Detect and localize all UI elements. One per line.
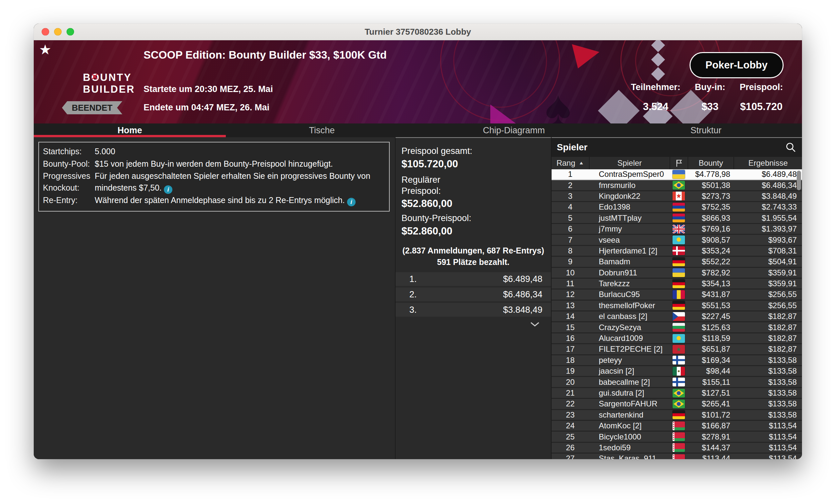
table-row[interactable]: 13thesmellofPoker$551,53$256,55: [552, 301, 802, 311]
country-flag-icon: [669, 399, 687, 408]
deco-triangle: [572, 44, 599, 69]
country-flag-icon: [669, 432, 687, 441]
rank-cell: 16: [552, 334, 589, 343]
tab-chip-diagramm[interactable]: Chip-Diagramm: [418, 124, 610, 137]
tournament-stat: Preispool:$105.720: [740, 82, 783, 113]
column-header-bounty[interactable]: Bounty: [687, 157, 733, 169]
table-row[interactable]: 10Dobrun911$782,92$359,91: [552, 268, 802, 279]
minimize-button[interactable]: [54, 28, 62, 36]
info-row-value: Während der späten Anmeldephase sind bis…: [95, 195, 385, 206]
close-button[interactable]: [41, 28, 49, 36]
table-row[interactable]: 21gui.sdutra [2]$127,51$133,58: [552, 388, 802, 399]
zoom-button[interactable]: [67, 28, 74, 36]
tournament-stat: Teilnehmer:3.524: [631, 82, 680, 113]
search-icon[interactable]: [785, 142, 797, 153]
player-name-cell: FILET2PECHE [2]: [589, 344, 669, 354]
rank-cell: 10: [552, 268, 589, 277]
window-titlebar[interactable]: Turnier 3757080236 Lobby: [34, 23, 802, 40]
table-row[interactable]: 14el canbass [2]$227,45$182,87: [552, 311, 802, 322]
deco-ring: [440, 40, 560, 121]
regular-prizepool-label: Regulärer Preispool:: [401, 175, 551, 197]
table-row[interactable]: 22SargentoFAHUR$265,41$133,58: [552, 399, 802, 410]
tab-home[interactable]: Home: [34, 124, 226, 137]
table-row[interactable]: 25Bicycle1000$278,91$113,54: [552, 432, 802, 443]
rank-cell: 12: [552, 290, 589, 299]
result-cell: $359,91: [733, 268, 802, 277]
table-row[interactable]: 17FILET2PECHE [2]$651,87$182,87: [552, 344, 802, 355]
column-header-ergebnisse[interactable]: Ergebnisse: [733, 157, 802, 169]
table-row[interactable]: 6j7mmy$769,16$1.393,97: [552, 224, 802, 235]
table-row[interactable]: 16Alucard1009$118,59$182,87: [552, 334, 802, 344]
lobby-tabbar: Home Tische Chip-Diagramm Struktur: [34, 124, 802, 137]
table-row[interactable]: 8Hjerterdame1 [2]$353,24$708,31: [552, 246, 802, 257]
table-row[interactable]: 4Edo1398$752,35$2.743,33: [552, 202, 802, 213]
bounty-cell: $278,91: [687, 432, 733, 442]
result-cell: $1.393,97: [733, 224, 802, 234]
rank-cell: 26: [552, 443, 589, 452]
bounty-cell: $265,41: [687, 399, 733, 408]
result-cell: $182,87: [733, 344, 802, 354]
prizepool-panel: Preispool gesamt: $105.720,00 Regulärer …: [396, 138, 551, 459]
rank-cell: 5: [552, 214, 589, 223]
table-row[interactable]: 19jaacsin [2]$98,44$133,58: [552, 366, 802, 377]
table-row[interactable]: 3Kingdonk22$273,73$3.848,49: [552, 191, 802, 202]
bounty-cell: $551,53: [687, 301, 733, 310]
table-row[interactable]: 261sedoi59$144,37$113,54: [552, 443, 802, 454]
bounty-cell: $4.778,98: [687, 169, 733, 179]
favorite-star-icon[interactable]: ★: [39, 41, 51, 58]
deco-wedge: [490, 105, 516, 124]
bounty-cell: $273,73: [687, 192, 733, 201]
result-cell: $133,58: [733, 366, 802, 376]
result-cell: $113,54: [733, 421, 802, 430]
player-name-cell: CrazySezya: [589, 323, 669, 332]
info-row-value: 5.000: [95, 146, 385, 158]
result-cell: $256,55: [733, 301, 802, 310]
player-name-cell: Stas_Karas_911: [589, 454, 669, 459]
table-row[interactable]: 23schartenkind$101,72$133,58: [552, 410, 802, 421]
info-row: Re-Entry:Während der späten Anmeldephase…: [43, 195, 385, 206]
scrollbar-thumb[interactable]: [797, 170, 801, 190]
bounty-cell: $127,51: [687, 389, 733, 398]
tab-struktur[interactable]: Struktur: [610, 124, 802, 137]
country-flag-icon: [669, 214, 687, 222]
payout-expander[interactable]: [396, 318, 551, 330]
column-header-rank[interactable]: Rang ▲: [552, 157, 589, 169]
country-flag-icon: [669, 378, 687, 386]
country-flag-icon: [669, 312, 687, 321]
table-row[interactable]: 12BurlacuC95$431,87$256,55: [552, 289, 802, 300]
column-header-player[interactable]: Spieler: [589, 157, 669, 169]
rank-cell: 8: [552, 246, 589, 255]
bounty-prizepool-value: $52.860,00: [401, 225, 551, 237]
rank-cell: 24: [552, 421, 589, 430]
tab-tische[interactable]: Tische: [226, 124, 418, 137]
column-header-flag[interactable]: [669, 157, 687, 169]
info-icon[interactable]: i: [347, 198, 355, 206]
result-cell: $182,87: [733, 312, 802, 321]
country-flag-icon: [669, 280, 687, 288]
table-row[interactable]: 1ContraSpemSper0$4.778,98$6.489,48: [552, 169, 802, 180]
result-cell: $504,91: [733, 257, 802, 266]
table-row[interactable]: 5justMTTplay$866,93$1.955,54: [552, 213, 802, 224]
tournament-lobby-window: Turnier 3757080236 Lobby ♠ ★ BOUNTY BUIL…: [34, 23, 802, 459]
total-prizepool-value: $105.720,00: [401, 158, 551, 170]
payout-place: 3.: [396, 305, 417, 315]
bounty-cell: $431,87: [687, 290, 733, 299]
lobby-content: Startchips:5.000Bounty-Pool:$15 von jede…: [34, 137, 802, 459]
bounty-cell: $227,45: [687, 312, 733, 321]
table-row[interactable]: 2fmrsmurilo$501,38$6.486,34: [552, 180, 802, 191]
table-row[interactable]: 18peteyy$169,34$133,58: [552, 355, 802, 366]
player-name-cell: BurlacuC95: [589, 290, 669, 299]
info-icon[interactable]: i: [164, 185, 172, 194]
table-row[interactable]: 11Tarekzzz$354,13$359,91: [552, 279, 802, 289]
bounty-cell: $118,59: [687, 334, 733, 343]
result-cell: $359,91: [733, 279, 802, 288]
poker-lobby-button[interactable]: Poker-Lobby: [689, 52, 784, 78]
table-row[interactable]: 24AtomKoc [2]$166,87$113,54: [552, 421, 802, 432]
table-row[interactable]: 9Bamadm$552,22$504,91: [552, 257, 802, 268]
table-row[interactable]: 20babecallme [2]$155,11$133,58: [552, 377, 802, 388]
table-row[interactable]: 27Stas_Karas_911$113,44$113,54: [552, 454, 802, 459]
country-flag-icon: [669, 334, 687, 343]
table-row[interactable]: 15CrazySezya$125,63$182,87: [552, 322, 802, 333]
country-flag-icon: [669, 454, 687, 459]
table-row[interactable]: 7vseea$908,57$993,67: [552, 235, 802, 246]
